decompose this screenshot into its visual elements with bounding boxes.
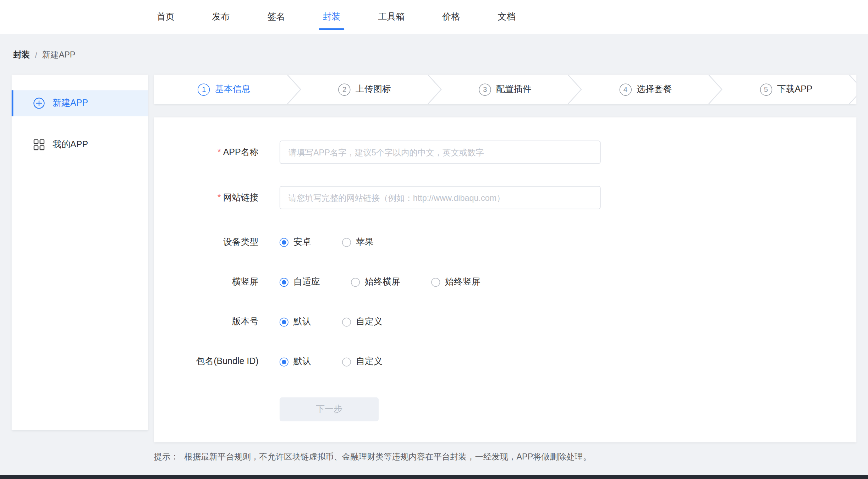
step-label: 基本信息 (215, 84, 251, 95)
radio-selected-icon (280, 318, 289, 326)
step-label: 选择套餐 (637, 84, 672, 95)
step-basic-info: 1 基本信息 (154, 75, 295, 104)
content-layout: 新建APP 我的APP 1 基本信息 2 (0, 75, 868, 462)
sidebar: 新建APP 我的APP (12, 75, 148, 430)
field-label-text: 横竖屏 (232, 277, 259, 286)
breadcrumb: 封装 / 新建APP (0, 34, 868, 60)
hint-text: 提示： 根据最新平台规则，不允许区块链虚拟币、金融理财类等违规内容在平台封装，一… (154, 452, 857, 462)
required-asterisk: * (218, 147, 221, 156)
step-number: 5 (760, 83, 772, 95)
field-label-text: 包名(Bundle ID) (196, 357, 258, 366)
radio-unselected-icon (342, 238, 351, 247)
form-row-app-name: *APP名称 (154, 141, 857, 164)
version-radio-group: 默认 自定义 (280, 316, 414, 328)
grid-icon (33, 139, 45, 151)
device-type-radio-group: 安卓 苹果 (280, 236, 405, 248)
nav-item-pricing[interactable]: 价格 (442, 11, 460, 23)
form-row-version: 版本号 默认 自定义 (154, 316, 857, 328)
radio-label: 自定义 (356, 356, 383, 368)
next-step-button[interactable]: 下一步 (280, 397, 379, 421)
step-number: 3 (479, 83, 491, 95)
radio-unselected-icon (342, 357, 351, 366)
page: 首页 发布 签名 封装 工具箱 价格 文档 封装 / 新建APP 新建APP (0, 0, 868, 479)
radio-selected-icon (280, 357, 289, 366)
step-number: 4 (619, 83, 631, 95)
radio-label: 安卓 (293, 236, 311, 248)
step-number: 1 (198, 83, 210, 95)
step-label: 下载APP (777, 84, 813, 95)
step-upload-icon: 2 上传图标 (295, 75, 435, 104)
step-select-plan: 4 选择套餐 (575, 75, 716, 104)
sidebar-item-label: 新建APP (53, 98, 88, 109)
form-row-orientation: 横竖屏 自适应 始终横屏 始终竖屏 (154, 276, 857, 288)
sidebar-item-new-app[interactable]: 新建APP (12, 90, 148, 116)
radio-version-custom[interactable]: 自定义 (342, 316, 383, 328)
radio-selected-icon (280, 277, 289, 286)
nav-item-home[interactable]: 首页 (156, 11, 174, 23)
nav-item-docs[interactable]: 文档 (498, 11, 515, 23)
form-actions: 下一步 (280, 397, 857, 421)
radio-label: 默认 (293, 356, 311, 368)
steps-bar: 1 基本信息 2 上传图标 3 配置插件 4 选择套餐 (154, 75, 857, 104)
field-label-text: 设备类型 (223, 237, 259, 247)
field-label-text: APP名称 (223, 147, 259, 156)
field-label-text: 版本号 (232, 316, 259, 326)
breadcrumb-separator: / (35, 50, 37, 60)
main-panel: 1 基本信息 2 上传图标 3 配置插件 4 选择套餐 (154, 75, 857, 462)
nav-item-package[interactable]: 封装 (323, 11, 340, 23)
hint-prefix: 提示： (154, 452, 179, 462)
radio-label: 始终竖屏 (445, 276, 480, 288)
site-url-label: *网站链接 (154, 192, 259, 204)
app-name-input[interactable] (280, 141, 601, 164)
step-arrow-icon (848, 75, 856, 104)
site-url-input[interactable] (280, 186, 601, 209)
radio-unselected-icon (431, 277, 440, 286)
sidebar-item-my-app[interactable]: 我的APP (12, 132, 148, 158)
radio-label: 始终横屏 (365, 276, 400, 288)
field-label-text: 网站链接 (223, 192, 259, 202)
step-number: 2 (338, 83, 350, 95)
radio-android[interactable]: 安卓 (280, 236, 311, 248)
radio-label: 自适应 (293, 276, 320, 288)
plus-circle-icon (33, 98, 45, 109)
radio-label: 默认 (293, 316, 311, 328)
required-asterisk: * (218, 192, 221, 202)
footer-strip (0, 475, 868, 479)
radio-selected-icon (280, 238, 289, 247)
app-name-label: *APP名称 (154, 147, 259, 158)
orientation-radio-group: 自适应 始终横屏 始终竖屏 (280, 276, 512, 288)
radio-label: 自定义 (356, 316, 383, 328)
orientation-label: 横竖屏 (154, 276, 259, 288)
radio-label: 苹果 (356, 236, 374, 248)
top-nav: 首页 发布 签名 封装 工具箱 价格 文档 (0, 0, 868, 34)
form-row-site-url: *网站链接 (154, 186, 857, 209)
radio-always-landscape[interactable]: 始终横屏 (351, 276, 400, 288)
form-card: *APP名称 *网站链接 设备类型 (154, 117, 857, 442)
step-label: 配置插件 (496, 84, 532, 95)
nav-item-toolbox[interactable]: 工具箱 (378, 11, 405, 23)
step-label: 上传图标 (356, 84, 391, 95)
breadcrumb-current: 新建APP (42, 50, 76, 60)
radio-bundle-custom[interactable]: 自定义 (342, 356, 383, 368)
radio-always-portrait[interactable]: 始终竖屏 (431, 276, 480, 288)
radio-adaptive[interactable]: 自适应 (280, 276, 320, 288)
version-label: 版本号 (154, 316, 259, 328)
radio-ios[interactable]: 苹果 (342, 236, 374, 248)
hint-body: 根据最新平台规则，不允许区块链虚拟币、金融理财类等违规内容在平台封装，一经发现，… (184, 452, 591, 462)
radio-version-default[interactable]: 默认 (280, 316, 311, 328)
radio-unselected-icon (342, 318, 351, 326)
device-type-label: 设备类型 (154, 236, 259, 248)
sidebar-item-label: 我的APP (53, 139, 88, 151)
form-row-bundle-id: 包名(Bundle ID) 默认 自定义 (154, 356, 857, 368)
bundle-id-radio-group: 默认 自定义 (280, 356, 414, 368)
nav-item-publish[interactable]: 发布 (212, 11, 230, 23)
breadcrumb-root[interactable]: 封装 (13, 50, 30, 60)
bundle-id-label: 包名(Bundle ID) (154, 356, 259, 368)
radio-bundle-default[interactable]: 默认 (280, 356, 311, 368)
nav-item-sign[interactable]: 签名 (267, 11, 285, 23)
radio-unselected-icon (351, 277, 360, 286)
form-row-device-type: 设备类型 安卓 苹果 (154, 236, 857, 248)
step-configure-plugins: 3 配置插件 (435, 75, 576, 104)
step-download-app: 5 下载APP (716, 75, 856, 104)
